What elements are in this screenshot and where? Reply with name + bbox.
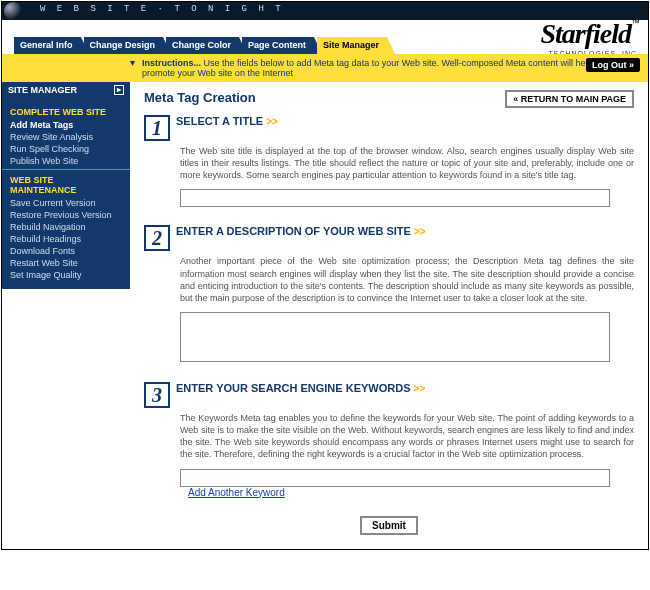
sidebar-item-download-fonts[interactable]: Download Fonts xyxy=(2,245,130,257)
step-description: Another important piece of the Web site … xyxy=(180,255,634,304)
content-area: Meta Tag Creation « RETURN TO MAIN PAGE … xyxy=(130,82,648,549)
brand-tm: ™ xyxy=(631,18,640,28)
step-field-wrap xyxy=(180,189,634,207)
chevron-right-icon: >> xyxy=(414,383,426,394)
sidebar-item-set-image-quality[interactable]: Set Image Quality xyxy=(2,269,130,281)
brand-row: General InfoChange DesignChange ColorPag… xyxy=(2,20,648,54)
step-3: 3ENTER YOUR SEARCH ENGINE KEYWORDS >>The… xyxy=(144,382,634,498)
keyword-input[interactable] xyxy=(180,469,610,487)
sidebar-item-review-site-analysis[interactable]: Review Site Analysis xyxy=(2,131,130,143)
sidebar-item-add-meta-tags[interactable]: Add Meta Tags xyxy=(2,119,130,131)
sidebar-item-restart-web-site[interactable]: Restart Web Site xyxy=(2,257,130,269)
step-title: ENTER A DESCRIPTION OF YOUR WEB SITE xyxy=(176,225,414,237)
submit-button[interactable]: Submit xyxy=(360,516,418,535)
step-2: 2ENTER A DESCRIPTION OF YOUR WEB SITE >>… xyxy=(144,225,634,364)
moon-icon xyxy=(4,2,22,20)
step-1: 1SELECT A TITLE >>The Web site title is … xyxy=(144,115,634,207)
description-textarea[interactable] xyxy=(180,312,610,362)
sidebar-body: COMPLETE WEB SITEAdd Meta TagsReview Sit… xyxy=(2,98,130,289)
tab-general-info[interactable]: General Info xyxy=(14,37,81,54)
brand-logo: Starfield™ TECHNOLOGIES, INC. xyxy=(540,18,640,57)
brand-name: Starfield xyxy=(540,18,631,49)
site-name: W E B S I T E · T O N I G H T xyxy=(40,4,284,14)
step-field-wrap xyxy=(180,312,634,364)
step-field-wrap: Add Another Keyword xyxy=(180,469,634,498)
tab-bar: General InfoChange DesignChange ColorPag… xyxy=(14,37,387,54)
sidebar-title: SITE MANAGER xyxy=(8,85,77,95)
logout-button[interactable]: Log Out » xyxy=(586,58,640,72)
chevron-right-icon: >> xyxy=(266,116,278,127)
sidebar-section-heading: WEB SITE MAINTENANCE xyxy=(2,169,130,197)
tab-change-design[interactable]: Change Design xyxy=(84,37,164,54)
instruction-label: Instructions... xyxy=(142,58,201,68)
sidebar: SITE MANAGER ▸ COMPLETE WEB SITEAdd Meta… xyxy=(2,82,130,549)
step-description: The Web site title is displayed at the t… xyxy=(180,145,634,181)
sidebar-item-save-current-version[interactable]: Save Current Version xyxy=(2,197,130,209)
step-number-icon: 2 xyxy=(144,225,170,251)
step-title: ENTER YOUR SEARCH ENGINE KEYWORDS xyxy=(176,382,414,394)
collapse-icon[interactable]: ▸ xyxy=(114,85,124,95)
step-number-icon: 1 xyxy=(144,115,170,141)
tab-site-manager[interactable]: Site Manager xyxy=(317,37,387,54)
title-input[interactable] xyxy=(180,189,610,207)
chevron-right-icon: >> xyxy=(414,226,426,237)
sidebar-item-rebuild-headings[interactable]: Rebuild Headings xyxy=(2,233,130,245)
instruction-text: Use the fields below to add Meta tag dat… xyxy=(142,58,609,78)
instruction-bar: ▾ Instructions... Use the fields below t… xyxy=(2,54,648,82)
step-number-icon: 3 xyxy=(144,382,170,408)
step-title: SELECT A TITLE xyxy=(176,115,266,127)
sidebar-item-rebuild-navigation[interactable]: Rebuild Navigation xyxy=(2,221,130,233)
sidebar-item-restore-previous-version[interactable]: Restore Previous Version xyxy=(2,209,130,221)
sidebar-header: SITE MANAGER ▸ xyxy=(2,82,130,98)
return-button[interactable]: « RETURN TO MAIN PAGE xyxy=(505,90,634,108)
add-keyword-link[interactable]: Add Another Keyword xyxy=(188,487,285,498)
tab-change-color[interactable]: Change Color xyxy=(166,37,239,54)
sidebar-item-publish-web-site[interactable]: Publish Web Site xyxy=(2,155,130,167)
arrow-down-icon: ▾ xyxy=(130,57,135,68)
step-description: The Keywords Meta tag enables you to def… xyxy=(180,412,634,461)
sidebar-section-heading: COMPLETE WEB SITE xyxy=(2,102,130,119)
sidebar-item-run-spell-checking[interactable]: Run Spell Checking xyxy=(2,143,130,155)
tab-page-content[interactable]: Page Content xyxy=(242,37,314,54)
